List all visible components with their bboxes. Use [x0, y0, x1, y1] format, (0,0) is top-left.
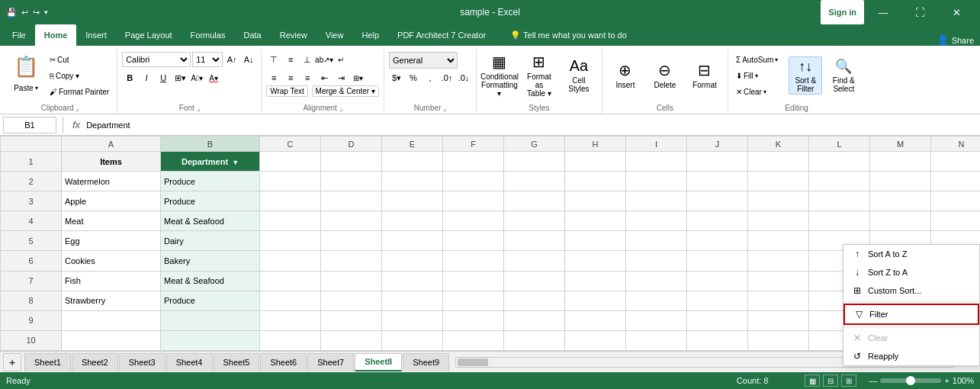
font-color-button[interactable]: A▾	[206, 70, 221, 85]
cell-K3[interactable]	[748, 191, 809, 211]
fill-color-button[interactable]: A⃝▾	[189, 70, 204, 85]
wrap-text-label[interactable]: Wrap Text Merge & Center ▾	[266, 87, 379, 95]
sheet-tab-2[interactable]: Sheet2	[72, 353, 118, 371]
cell-K2[interactable]	[748, 172, 809, 191]
tab-tell-me[interactable]: 💡 Tell me what you want to do	[501, 24, 636, 46]
cell-B7[interactable]: Meat & Seafood	[161, 271, 260, 291]
formula-input[interactable]	[86, 117, 977, 133]
increase-decimal-button[interactable]: .0↓	[456, 70, 471, 85]
cell-G3[interactable]	[504, 191, 565, 211]
normal-view-button[interactable]: ▦	[805, 375, 820, 387]
cell-A6[interactable]: Cookies	[62, 251, 161, 271]
cell-H5[interactable]	[565, 231, 626, 251]
cell-J4[interactable]	[687, 211, 748, 231]
save-icon[interactable]: 💾	[6, 8, 17, 18]
cell-K7[interactable]	[748, 271, 809, 291]
cell-L2[interactable]	[809, 172, 870, 191]
cell-E4[interactable]	[382, 211, 443, 231]
col-header-J[interactable]: J	[687, 137, 748, 152]
tab-data[interactable]: Data	[234, 24, 270, 46]
delete-button[interactable]: ⊖ Delete	[647, 52, 683, 98]
cell-M3[interactable]	[870, 191, 931, 211]
cell-I1[interactable]	[626, 152, 687, 172]
zoom-out-button[interactable]: —	[869, 376, 877, 385]
tab-formulas[interactable]: Formulas	[182, 24, 235, 46]
cell-L3[interactable]	[809, 191, 870, 211]
cell-D4[interactable]	[321, 211, 382, 231]
filter-item[interactable]: ▽ Filter	[843, 304, 979, 325]
decrease-indent-button[interactable]: ⇤	[316, 70, 332, 85]
cell-G5[interactable]	[504, 231, 565, 251]
cell-A1[interactable]: Items	[62, 152, 161, 172]
cell-N1[interactable]	[931, 152, 981, 172]
paste-button[interactable]: 📋	[9, 52, 43, 81]
close-button[interactable]: ✕	[939, 0, 974, 24]
cell-D5[interactable]	[321, 231, 382, 251]
sheet-tab-3[interactable]: Sheet3	[119, 353, 165, 371]
cell-H3[interactable]	[565, 191, 626, 211]
cell-A4[interactable]: Meat	[62, 211, 161, 231]
align-bottom-button[interactable]: ⊥	[300, 52, 315, 67]
col-header-E[interactable]: E	[382, 137, 443, 152]
cell-K8[interactable]	[748, 291, 809, 310]
decrease-decimal-button[interactable]: .0↑	[439, 70, 455, 85]
sign-in-button[interactable]: Sign in	[821, 0, 864, 24]
cell-J10[interactable]	[687, 330, 748, 350]
cell-G10[interactable]	[504, 330, 565, 350]
cell-J2[interactable]	[687, 172, 748, 191]
cell-C6[interactable]	[260, 251, 321, 271]
cell-J5[interactable]	[687, 231, 748, 251]
tab-review[interactable]: Review	[271, 24, 316, 46]
cell-H7[interactable]	[565, 271, 626, 291]
cell-F8[interactable]	[443, 291, 504, 310]
cell-E10[interactable]	[382, 330, 443, 350]
sheet-tab-5[interactable]: Sheet5	[214, 353, 260, 371]
cell-styles-button[interactable]: Aa Cell Styles	[561, 52, 597, 98]
find-select-button[interactable]: 🔍 Find & Select	[827, 56, 860, 95]
cell-M4[interactable]	[870, 211, 931, 231]
format-button[interactable]: ⊟ Format	[686, 52, 723, 98]
cell-H10[interactable]	[565, 330, 626, 350]
cell-I5[interactable]	[626, 231, 687, 251]
cell-K5[interactable]	[748, 231, 809, 251]
cell-A8[interactable]: Strawberry	[62, 291, 161, 310]
cell-H8[interactable]	[565, 291, 626, 310]
zoom-in-button[interactable]: +	[944, 376, 949, 385]
sheet-tab-8[interactable]: Sheet8	[355, 353, 402, 371]
sheet-tab-6[interactable]: Sheet6	[260, 353, 307, 371]
cell-J7[interactable]	[687, 271, 748, 291]
cell-H9[interactable]	[565, 310, 626, 330]
cut-button[interactable]: ✂Cut	[47, 52, 112, 67]
cell-E1[interactable]	[382, 152, 443, 172]
restore-button[interactable]: ⛶	[902, 0, 937, 24]
cell-B1[interactable]: Department ▼	[161, 152, 260, 172]
cell-F4[interactable]	[443, 211, 504, 231]
cell-E3[interactable]	[382, 191, 443, 211]
page-layout-view-button[interactable]: ⊟	[823, 375, 838, 387]
cell-D1[interactable]	[321, 152, 382, 172]
col-header-G[interactable]: G	[504, 137, 565, 152]
cell-D6[interactable]	[321, 251, 382, 271]
decrease-font-button[interactable]: A↓	[241, 52, 256, 67]
autosum-button[interactable]: ΣAutoSum▾	[733, 52, 781, 67]
align-middle-button[interactable]: ≡	[283, 52, 298, 67]
cell-H2[interactable]	[565, 172, 626, 191]
cell-N4[interactable]	[931, 211, 981, 231]
cell-B10[interactable]	[161, 330, 260, 350]
cell-B2[interactable]: Produce	[161, 172, 260, 191]
sort-z-to-a-item[interactable]: ↓ Sort Z to A	[843, 263, 979, 281]
cell-C4[interactable]	[260, 211, 321, 231]
col-header-F[interactable]: F	[443, 137, 504, 152]
number-format-select[interactable]: General	[389, 52, 458, 69]
cell-C8[interactable]	[260, 291, 321, 310]
cell-A10[interactable]	[62, 330, 161, 350]
cell-B8[interactable]: Produce	[161, 291, 260, 310]
tab-file[interactable]: File	[3, 24, 35, 46]
col-header-H[interactable]: H	[565, 137, 626, 152]
tab-help[interactable]: Help	[352, 24, 388, 46]
col-header-A[interactable]: A	[62, 137, 161, 152]
cell-C7[interactable]	[260, 271, 321, 291]
merge-center-button[interactable]: ⊞▾	[350, 70, 365, 85]
cell-A9[interactable]	[62, 310, 161, 330]
cell-K4[interactable]	[748, 211, 809, 231]
